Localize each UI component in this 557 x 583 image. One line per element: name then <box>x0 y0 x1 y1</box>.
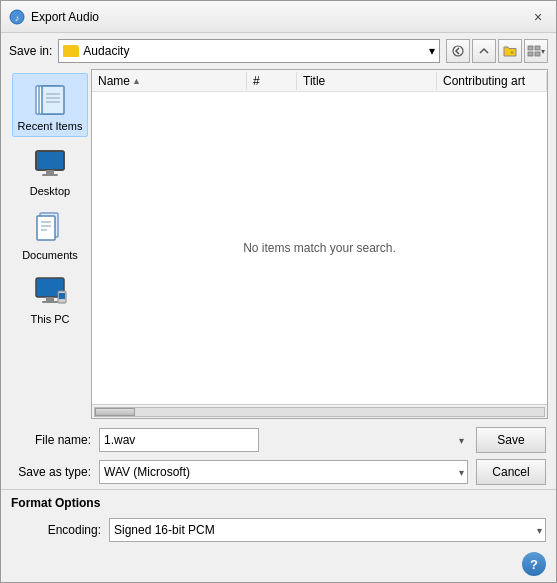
empty-message: No items match your search. <box>243 241 396 255</box>
save-as-type-label: Save as type: <box>11 465 91 479</box>
file-name-input[interactable] <box>99 428 259 452</box>
file-list-header: Name ▲ # Title Contributing art <box>92 70 547 92</box>
svg-text:♪: ♪ <box>15 13 20 23</box>
save-as-type-select[interactable]: WAV (Microsoft) <box>99 460 468 484</box>
new-folder-icon: + <box>503 45 517 57</box>
file-name-dropdown-arrow: ▾ <box>459 435 464 446</box>
recent-items-icon <box>30 78 70 118</box>
svg-rect-25 <box>42 301 58 303</box>
file-name-wrapper: ▾ <box>99 428 468 452</box>
svg-text:+: + <box>510 49 514 55</box>
scrollbar-track[interactable] <box>94 407 545 417</box>
col-name-label: Name <box>98 74 130 88</box>
sidebar-label-thispc: This PC <box>30 313 69 325</box>
col-num-label: # <box>253 74 260 88</box>
back-icon <box>452 45 464 57</box>
sort-arrow-icon: ▲ <box>132 76 141 86</box>
sidebar-label-documents: Documents <box>22 249 78 261</box>
encoding-row: Encoding: Signed 16-bit PCM ▾ <box>31 518 546 542</box>
bottom-form-area: File name: ▾ Save Save as type: WAV (Mic… <box>1 419 556 489</box>
thispc-icon <box>30 271 70 311</box>
sidebar-item-recent[interactable]: Recent Items <box>12 73 88 137</box>
up-icon <box>478 45 490 57</box>
action-buttons: Save <box>476 427 546 453</box>
view-button[interactable]: ▾ <box>524 39 548 63</box>
desktop-icon <box>30 143 70 183</box>
folder-icon <box>63 45 79 57</box>
svg-rect-5 <box>535 46 540 50</box>
sidebar-item-desktop[interactable]: Desktop <box>12 139 88 201</box>
back-button[interactable] <box>446 39 470 63</box>
sidebar-item-thispc[interactable]: This PC <box>12 267 88 329</box>
encoding-select[interactable]: Signed 16-bit PCM <box>109 518 546 542</box>
up-button[interactable] <box>472 39 496 63</box>
view-dropdown-arrow: ▾ <box>541 47 545 56</box>
col-contrib-label: Contributing art <box>443 74 525 88</box>
col-title-label: Title <box>303 74 325 88</box>
encoding-select-wrapper: Signed 16-bit PCM ▾ <box>109 518 546 542</box>
svg-rect-6 <box>528 52 533 56</box>
audio-export-icon: ♪ <box>9 9 25 25</box>
title-bar: ♪ Export Audio × <box>1 1 556 33</box>
cancel-button[interactable]: Cancel <box>476 459 546 485</box>
help-button[interactable]: ? <box>522 552 546 576</box>
horizontal-scrollbar[interactable] <box>92 404 547 418</box>
export-audio-dialog: ♪ Export Audio × Save in: Audacity ▾ <box>0 0 557 583</box>
encoding-label: Encoding: <box>31 523 101 537</box>
file-name-label: File name: <box>11 433 91 447</box>
col-header-title[interactable]: Title <box>297 72 437 90</box>
documents-icon <box>30 207 70 247</box>
save-in-label: Save in: <box>9 44 52 58</box>
svg-rect-24 <box>46 297 54 301</box>
main-area: Recent Items Desktop <box>1 69 556 419</box>
svg-rect-10 <box>42 86 64 114</box>
new-folder-button[interactable]: + <box>498 39 522 63</box>
scrollbar-thumb[interactable] <box>95 408 135 416</box>
svg-rect-4 <box>528 46 533 50</box>
cancel-btn-wrapper: Cancel <box>476 459 546 485</box>
close-button[interactable]: × <box>528 7 548 27</box>
svg-rect-14 <box>36 151 64 170</box>
col-header-name[interactable]: Name ▲ <box>92 72 247 90</box>
current-folder-name: Audacity <box>83 44 129 58</box>
dropdown-arrow-icon: ▾ <box>429 44 435 58</box>
title-bar-left: ♪ Export Audio <box>9 9 99 25</box>
dialog-title: Export Audio <box>31 10 99 24</box>
file-name-row: File name: ▾ Save <box>11 427 546 453</box>
format-options-title: Format Options <box>11 496 546 510</box>
svg-rect-17 <box>42 174 58 176</box>
sidebar: Recent Items Desktop <box>9 69 91 419</box>
view-icon <box>527 45 541 57</box>
svg-point-2 <box>453 46 463 56</box>
save-as-type-wrapper: WAV (Microsoft) ▾ <box>99 460 468 484</box>
sidebar-item-documents[interactable]: Documents <box>12 203 88 265</box>
file-list-empty: No items match your search. <box>92 92 547 404</box>
file-list: Name ▲ # Title Contributing art No items… <box>91 69 548 419</box>
svg-rect-7 <box>535 52 540 56</box>
save-button[interactable]: Save <box>476 427 546 453</box>
toolbar-buttons: + ▾ <box>446 39 548 63</box>
col-header-contrib[interactable]: Contributing art <box>437 72 547 90</box>
save-in-toolbar: Save in: Audacity ▾ <box>1 33 556 69</box>
save-as-type-row: Save as type: WAV (Microsoft) ▾ Cancel <box>11 459 546 485</box>
sidebar-label-desktop: Desktop <box>30 185 70 197</box>
format-options-section: Format Options Encoding: Signed 16-bit P… <box>1 489 556 548</box>
svg-rect-27 <box>59 293 65 299</box>
svg-rect-19 <box>37 216 55 240</box>
save-in-dropdown[interactable]: Audacity ▾ <box>58 39 440 63</box>
col-header-num[interactable]: # <box>247 72 297 90</box>
svg-rect-16 <box>46 170 54 174</box>
sidebar-label-recent: Recent Items <box>18 120 83 132</box>
help-area: ? <box>1 548 556 582</box>
